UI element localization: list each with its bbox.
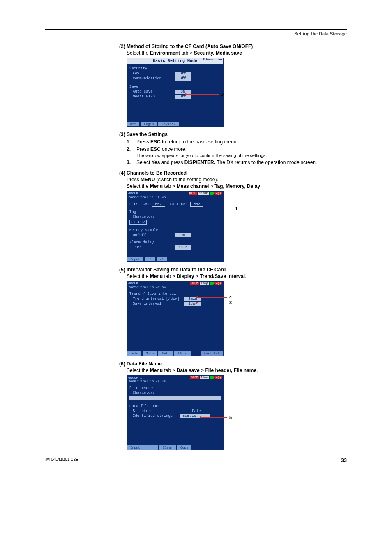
section-2: (2) Method of Storing to the CF Card (Au… [119,44,347,127]
sec4-title: (4) Channels to Be Recorded [119,170,347,176]
sec5-dev-footer: 1min 2min 5min 10min Next 1/3 [127,351,223,356]
sec5-device-wrap: GROUP 12005/12/01 16:47:34 DISP 1day ●))… [119,281,242,356]
sec5-device: GROUP 12005/12/01 16:47:34 DISP 1day ●))… [127,281,224,356]
fbtn-minus1[interactable]: -1 [157,257,168,261]
ethernet-badge: Ethernet Link [203,58,222,61]
fbtn-keylock[interactable]: Keylock [158,122,179,126]
sec5-instr: Select the Menu tab > Display > Trend/Sa… [127,273,347,279]
step-3: 3. Select Yes and press DISP/ENTER. The … [127,160,347,165]
disp-badge: DISP [190,376,199,379]
mem-onoff[interactable]: On [175,233,191,237]
section-6: (6) Data File Name Select the Menu tab >… [119,361,347,450]
header-rule [45,29,347,30]
autosave-val[interactable]: On [175,90,191,94]
sec6-device: GROUP 12005/12/01 16:48:48 DISP 1day ●))… [127,375,224,450]
time-badge: 1day [200,376,209,379]
callout-1: 1 [235,206,238,211]
fbtn-input[interactable]: Input [127,257,144,261]
sec5-title: (5) Interval for Saving the Data to the … [119,267,347,273]
disp-badge: DISP [190,282,199,285]
page-number: 33 [341,457,347,463]
doc-id: IM 04L41B01-02E [45,457,78,463]
media-val[interactable]: Off [175,95,191,99]
tag-chars[interactable]: FI-002 [129,220,147,225]
page-footer: IM 04L41B01-02E 33 [45,456,347,463]
callout-3b: 3 [229,300,232,305]
sec2-title: (2) Method of Storing to the CF Card (Au… [119,44,347,49]
rec-icon: ●)) [214,376,222,379]
section-5: (5) Interval for Saving the Data to the … [119,267,347,356]
key-val[interactable]: Off [175,72,191,76]
sec4-device-wrap: GROUP 12008/12/01 11:12:48 DISP 1hour ●)… [119,191,242,262]
fbtn-5min[interactable]: 5min [158,351,173,356]
sec6-instr: Select the Menu tab > Data save > File h… [127,368,347,373]
sec6-dev-body: File header Characters Data file name St… [127,384,223,445]
callout-line [186,94,219,95]
camera-icon [210,192,214,195]
alarm-time[interactable]: 10 s [175,245,191,250]
rec-icon: ●)) [214,282,222,285]
last-ch[interactable]: 002 [190,202,203,207]
time-badge: 1day [200,282,209,285]
sec2-instr: Select the Environment tab > Security, M… [127,50,347,56]
sec4-l2: Select the Menu tab > Meas channel > Tag… [127,183,347,189]
fbtn-1min[interactable]: 1min [127,351,142,356]
chars-input[interactable] [129,396,221,400]
structure-val: Date [184,409,201,413]
comm-val[interactable]: Off [175,76,191,81]
sec6-dev-footer: Input Clear Copy [127,445,223,450]
sec4-dev-body: First-CH: 002 Last-CH: 002 Tag Character… [127,199,223,257]
sec2-dev-body: Security KeyOff CommunicationOff Save Au… [127,64,223,122]
fbtn-copy[interactable]: Copy [177,445,192,450]
fbtn-clear[interactable]: Clear [159,445,176,450]
sec4-dev-footer: Input +1 -1 [127,257,223,261]
sec6-dev-titlebar: GROUP 12005/12/01 16:48:48 DISP 1day ●)) [127,375,223,384]
callout-4: 4 [229,295,232,300]
sec2-dev-title: Basic Setting Mode Ethernet Link [127,58,223,64]
fbtn-off[interactable]: Off [127,122,140,126]
first-ch[interactable]: 002 [152,202,165,207]
fbtn-input[interactable]: Input [127,445,159,450]
step-2: 2. Press ESC once more. The window appea… [127,146,347,158]
sec3-steps: 1. Press ESC to return to the basic sett… [127,139,347,165]
step-1: 1. Press ESC to return to the basic sett… [127,139,347,145]
sec2-device: Basic Setting Mode Ethernet Link Securit… [127,58,224,127]
section-3: (3) Save the Settings 1. Press ESC to re… [119,132,347,165]
sec5-dev-titlebar: GROUP 12005/12/01 16:47:34 DISP 1day ●)) [127,281,223,289]
camera-icon [210,282,214,285]
disp-badge: DISP [189,192,197,195]
sec4-dev-titlebar: GROUP 12008/12/01 11:12:48 DISP 1hour ●)… [127,191,223,199]
page: Setting the Data Storage (2) Method of S… [0,0,392,480]
sec6-device-wrap: GROUP 12005/12/01 16:48:48 DISP 1day ●))… [119,375,242,450]
fbtn-plus1[interactable]: +1 [145,257,156,261]
sec4-l1: Press MENU (switch to the setting mode). [127,177,347,183]
fbtn-login[interactable]: Login [141,122,157,126]
callout-5: 5 [229,415,232,420]
sec2-dev-footer: Off Login Keylock [127,122,223,126]
sec2-device-wrap: Basic Setting Mode Ethernet Link Securit… [119,58,242,127]
running-head: Setting the Data Storage [45,31,347,36]
callout-3: 3 [221,92,224,97]
section-4: (4) Channels to Be Recorded Press MENU (… [119,170,347,262]
rec-icon: ●)) [214,192,222,195]
fbtn-next[interactable]: Next 1/3 [201,351,223,356]
sec5-dev-body: Trend / Save interval Trend interval [/d… [127,289,223,351]
time-badge: 1hour [198,192,209,195]
fbtn-10min[interactable]: 10min [174,351,191,356]
sec6-title: (6) Data File Name [119,361,347,367]
sec4-device: GROUP 12008/12/01 11:12:48 DISP 1hour ●)… [127,191,224,262]
sec3-title: (3) Save the Settings [119,132,347,137]
camera-icon [210,376,214,379]
fbtn-2min[interactable]: 2min [143,351,157,356]
